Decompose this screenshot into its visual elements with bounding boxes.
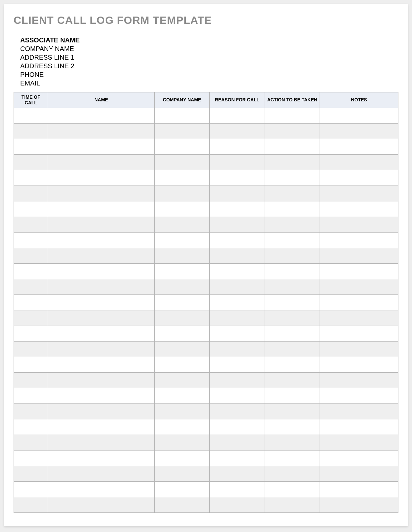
cell-name[interactable] <box>48 170 154 186</box>
cell-company-name[interactable] <box>154 263 209 279</box>
cell-action-to-be-taken[interactable] <box>265 217 320 232</box>
cell-company-name[interactable] <box>154 435 209 450</box>
cell-name[interactable] <box>48 497 154 512</box>
cell-notes[interactable] <box>320 403 398 419</box>
cell-action-to-be-taken[interactable] <box>265 326 320 341</box>
cell-reason-for-call[interactable] <box>210 497 265 512</box>
cell-reason-for-call[interactable] <box>210 450 265 466</box>
cell-time-of-call[interactable] <box>14 388 48 403</box>
cell-action-to-be-taken[interactable] <box>265 232 320 248</box>
cell-action-to-be-taken[interactable] <box>265 466 320 481</box>
cell-name[interactable] <box>48 403 154 419</box>
cell-time-of-call[interactable] <box>14 403 48 419</box>
cell-notes[interactable] <box>320 294 398 310</box>
cell-action-to-be-taken[interactable] <box>265 450 320 466</box>
cell-company-name[interactable] <box>154 294 209 310</box>
cell-notes[interactable] <box>320 201 398 217</box>
cell-notes[interactable] <box>320 435 398 450</box>
cell-company-name[interactable] <box>154 186 209 201</box>
cell-notes[interactable] <box>320 186 398 201</box>
cell-notes[interactable] <box>320 108 398 123</box>
cell-name[interactable] <box>48 201 154 217</box>
cell-time-of-call[interactable] <box>14 279 48 294</box>
cell-action-to-be-taken[interactable] <box>265 154 320 170</box>
cell-action-to-be-taken[interactable] <box>265 279 320 294</box>
cell-action-to-be-taken[interactable] <box>265 263 320 279</box>
cell-notes[interactable] <box>320 388 398 403</box>
cell-reason-for-call[interactable] <box>210 154 265 170</box>
cell-action-to-be-taken[interactable] <box>265 481 320 497</box>
cell-time-of-call[interactable] <box>14 170 48 186</box>
cell-action-to-be-taken[interactable] <box>265 201 320 217</box>
cell-notes[interactable] <box>320 466 398 481</box>
cell-action-to-be-taken[interactable] <box>265 435 320 450</box>
cell-notes[interactable] <box>320 263 398 279</box>
cell-notes[interactable] <box>320 357 398 372</box>
cell-time-of-call[interactable] <box>14 481 48 497</box>
cell-name[interactable] <box>48 450 154 466</box>
cell-name[interactable] <box>48 466 154 481</box>
cell-company-name[interactable] <box>154 310 209 326</box>
cell-name[interactable] <box>48 388 154 403</box>
cell-name[interactable] <box>48 279 154 294</box>
cell-reason-for-call[interactable] <box>210 108 265 123</box>
cell-reason-for-call[interactable] <box>210 263 265 279</box>
cell-company-name[interactable] <box>154 217 209 232</box>
cell-name[interactable] <box>48 435 154 450</box>
cell-reason-for-call[interactable] <box>210 186 265 201</box>
cell-notes[interactable] <box>320 232 398 248</box>
cell-company-name[interactable] <box>154 326 209 341</box>
cell-notes[interactable] <box>320 170 398 186</box>
cell-action-to-be-taken[interactable] <box>265 108 320 123</box>
cell-company-name[interactable] <box>154 497 209 512</box>
cell-time-of-call[interactable] <box>14 232 48 248</box>
cell-reason-for-call[interactable] <box>210 466 265 481</box>
cell-reason-for-call[interactable] <box>210 326 265 341</box>
cell-time-of-call[interactable] <box>14 248 48 263</box>
cell-reason-for-call[interactable] <box>210 419 265 435</box>
cell-time-of-call[interactable] <box>14 294 48 310</box>
cell-time-of-call[interactable] <box>14 372 48 388</box>
cell-reason-for-call[interactable] <box>210 341 265 357</box>
cell-notes[interactable] <box>320 217 398 232</box>
cell-notes[interactable] <box>320 248 398 263</box>
cell-time-of-call[interactable] <box>14 450 48 466</box>
cell-notes[interactable] <box>320 481 398 497</box>
cell-name[interactable] <box>48 123 154 139</box>
cell-action-to-be-taken[interactable] <box>265 388 320 403</box>
cell-reason-for-call[interactable] <box>210 139 265 154</box>
cell-time-of-call[interactable] <box>14 201 48 217</box>
cell-reason-for-call[interactable] <box>210 123 265 139</box>
cell-name[interactable] <box>48 232 154 248</box>
cell-company-name[interactable] <box>154 372 209 388</box>
cell-notes[interactable] <box>320 326 398 341</box>
cell-name[interactable] <box>48 217 154 232</box>
cell-notes[interactable] <box>320 139 398 154</box>
cell-notes[interactable] <box>320 341 398 357</box>
cell-company-name[interactable] <box>154 139 209 154</box>
cell-reason-for-call[interactable] <box>210 435 265 450</box>
cell-time-of-call[interactable] <box>14 123 48 139</box>
cell-company-name[interactable] <box>154 201 209 217</box>
cell-time-of-call[interactable] <box>14 186 48 201</box>
cell-reason-for-call[interactable] <box>210 279 265 294</box>
cell-name[interactable] <box>48 326 154 341</box>
cell-action-to-be-taken[interactable] <box>265 248 320 263</box>
cell-time-of-call[interactable] <box>14 497 48 512</box>
cell-notes[interactable] <box>320 419 398 435</box>
cell-time-of-call[interactable] <box>14 341 48 357</box>
cell-company-name[interactable] <box>154 341 209 357</box>
cell-name[interactable] <box>48 372 154 388</box>
cell-action-to-be-taken[interactable] <box>265 357 320 372</box>
cell-action-to-be-taken[interactable] <box>265 310 320 326</box>
cell-company-name[interactable] <box>154 154 209 170</box>
cell-action-to-be-taken[interactable] <box>265 497 320 512</box>
cell-name[interactable] <box>48 248 154 263</box>
cell-name[interactable] <box>48 419 154 435</box>
cell-company-name[interactable] <box>154 419 209 435</box>
cell-time-of-call[interactable] <box>14 326 48 341</box>
cell-company-name[interactable] <box>154 481 209 497</box>
cell-action-to-be-taken[interactable] <box>265 139 320 154</box>
cell-reason-for-call[interactable] <box>210 294 265 310</box>
cell-reason-for-call[interactable] <box>210 217 265 232</box>
